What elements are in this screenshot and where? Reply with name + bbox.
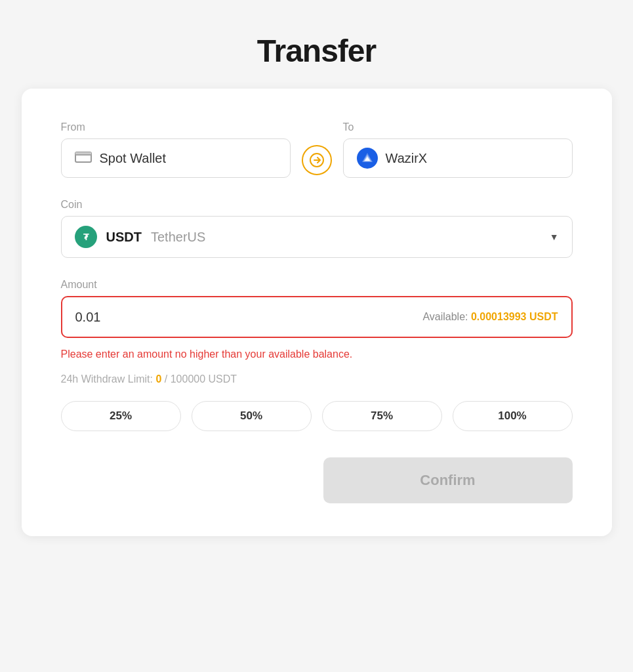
to-field: To WazirX — [343, 121, 573, 178]
withdraw-limit: 24h Withdraw Limit: 0 / 100000 USDT — [61, 373, 573, 385]
withdraw-limit-current: 0 — [155, 373, 161, 385]
wallet-icon — [75, 150, 92, 167]
confirm-wrapper: Confirm — [61, 457, 573, 503]
confirm-button[interactable]: Confirm — [323, 457, 573, 503]
coin-symbol: USDT — [106, 230, 142, 245]
svg-text:₮: ₮ — [83, 232, 89, 242]
arrow-circle-icon — [302, 145, 332, 175]
transfer-from-to-row: From Spot Wallet — [61, 121, 573, 178]
usdt-logo-icon: ₮ — [75, 226, 97, 248]
coin-selector[interactable]: ₮ USDT TetherUS ▼ — [61, 216, 573, 258]
amount-label: Amount — [61, 279, 573, 291]
wazirx-logo-icon — [357, 148, 378, 169]
page-wrapper: Transfer From Spot Wallet — [13, 13, 620, 672]
coin-full-name: TetherUS — [151, 230, 205, 245]
from-label: From — [61, 121, 291, 133]
percent-buttons-row: 25% 50% 75% 100% — [61, 401, 573, 431]
amount-input-box[interactable]: 0.01 Available: 0.00013993 USDT — [61, 296, 573, 338]
error-message: Please enter an amount no higher than yo… — [61, 348, 573, 360]
to-label: To — [343, 121, 573, 133]
from-wallet-name: Spot Wallet — [100, 151, 167, 166]
withdraw-limit-max: 100000 USDT — [171, 373, 237, 385]
transfer-arrow — [291, 145, 343, 178]
amount-value: 0.01 — [75, 310, 101, 325]
percent-25-button[interactable]: 25% — [61, 401, 181, 431]
coin-section: Coin ₮ USDT TetherUS ▼ — [61, 199, 573, 258]
chevron-down-icon: ▼ — [550, 232, 559, 242]
coin-label: Coin — [61, 199, 83, 210]
from-wallet-box[interactable]: Spot Wallet — [61, 138, 291, 178]
percent-100-button[interactable]: 100% — [453, 401, 573, 431]
available-text: Available: 0.00013993 USDT — [422, 311, 558, 323]
percent-75-button[interactable]: 75% — [322, 401, 442, 431]
to-wallet-name: WazirX — [386, 151, 428, 166]
page-title: Transfer — [257, 33, 376, 69]
withdraw-limit-separator: / — [165, 373, 171, 385]
percent-50-button[interactable]: 50% — [192, 401, 312, 431]
available-amount: 0.00013993 USDT — [471, 311, 558, 322]
amount-section: Amount 0.01 Available: 0.00013993 USDT — [61, 279, 573, 338]
to-wallet-box[interactable]: WazirX — [343, 138, 573, 178]
from-field: From Spot Wallet — [61, 121, 291, 178]
transfer-card: From Spot Wallet — [22, 89, 612, 536]
